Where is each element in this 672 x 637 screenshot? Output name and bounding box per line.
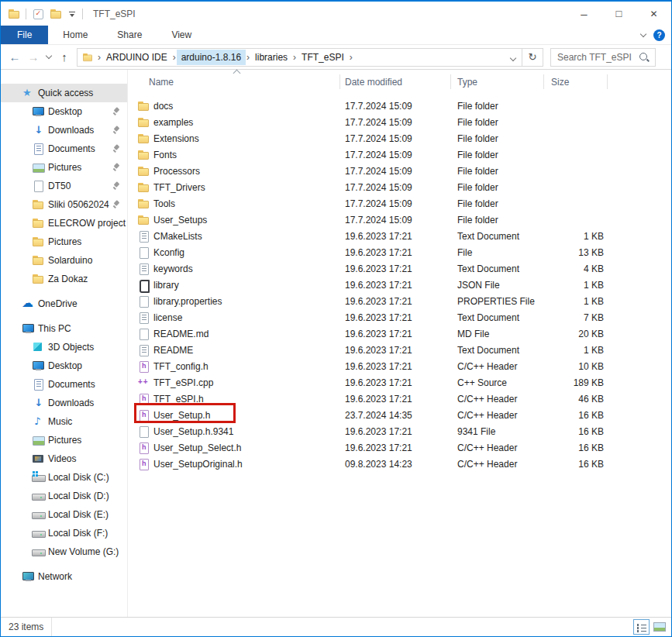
file-row-examples[interactable]: examples17.7.2024 15:09File folder xyxy=(128,114,671,130)
file-row-library-properties[interactable]: library.properties19.6.2023 17:21PROPERT… xyxy=(128,293,671,309)
up-button[interactable] xyxy=(55,48,74,67)
file-icon xyxy=(137,295,150,308)
details-view-button[interactable] xyxy=(633,619,650,635)
sidebar-item-sliki-05062024[interactable]: Sliki 05062024 xyxy=(1,195,127,214)
sidebar-item-label: Documents xyxy=(48,143,95,154)
sidebar-item-downloads[interactable]: Downloads xyxy=(1,121,127,139)
checkmark-icon[interactable] xyxy=(32,8,44,20)
column-header-name[interactable]: Name xyxy=(128,74,340,89)
file-row-library[interactable]: library19.6.2023 17:21JSON File1 KB xyxy=(128,277,671,293)
sidebar-item-local-disk-e[interactable]: Local Disk (E:) xyxy=(1,505,127,524)
file-date-modified: 17.7.2024 15:09 xyxy=(340,101,451,112)
file-row-user-setup-h-9341[interactable]: User_Setup.h.934119.6.2023 17:219341 Fil… xyxy=(128,423,671,439)
sidebar-item-desktop[interactable]: Desktop xyxy=(1,102,127,121)
back-button[interactable] xyxy=(5,48,24,67)
sidebar-item-documents[interactable]: Documents xyxy=(1,139,127,158)
file-pane: Name Date modified Type Size docs17.7.20… xyxy=(128,70,671,617)
file-row-extensions[interactable]: Extensions17.7.2024 15:09File folder xyxy=(128,130,671,146)
search-input[interactable] xyxy=(551,52,638,63)
sidebar-item-local-disk-d[interactable]: Local Disk (D:) xyxy=(1,487,127,505)
file-type: File folder xyxy=(451,133,544,144)
folder-icon xyxy=(137,149,150,161)
tab-home[interactable]: Home xyxy=(48,26,102,44)
sidebar-item-za-dokaz[interactable]: Za Dokaz xyxy=(1,270,127,288)
file-row-tools[interactable]: Tools17.7.2024 15:09File folder xyxy=(128,195,671,212)
recent-locations-icon[interactable] xyxy=(43,48,55,67)
sidebar-item-downloads[interactable]: Downloads xyxy=(1,394,127,412)
breadcrumb-tft-espi[interactable]: TFT_eSPI xyxy=(297,50,349,65)
minimize-button[interactable] xyxy=(567,2,601,26)
cpp-icon xyxy=(137,377,150,389)
file-name-cell: User_Setups xyxy=(128,214,340,226)
breadcrumb-arduino-ide[interactable]: ARDUINO IDE xyxy=(102,50,172,65)
maximize-button[interactable] xyxy=(601,2,636,26)
column-header-date-modified[interactable]: Date modified xyxy=(340,74,451,89)
sidebar-item-dt50[interactable]: DT50 xyxy=(1,177,127,195)
sidebar-item-network[interactable]: Network xyxy=(1,567,127,586)
address-dropdown-icon[interactable] xyxy=(505,52,522,63)
file-row-tft-espi-cpp[interactable]: TFT_eSPI.cpp19.6.2023 17:21C++ Source189… xyxy=(128,374,671,391)
sidebar-item-pictures[interactable]: Pictures xyxy=(1,158,127,177)
file-row-user-setuporiginal-h[interactable]: User_SetupOriginal.h09.8.2023 14:23C/C++… xyxy=(128,456,671,472)
file-row-tft-config-h[interactable]: TFT_config.h19.6.2023 17:21C/C++ Header1… xyxy=(128,358,671,374)
file-name: README xyxy=(153,345,193,356)
file-row-processors[interactable]: Processors17.7.2024 15:09File folder xyxy=(128,163,671,179)
refresh-icon[interactable] xyxy=(522,49,543,66)
file-size: 16 KB xyxy=(544,426,608,437)
sidebar-item-desktop[interactable]: Desktop xyxy=(1,356,127,375)
file-row-readme-md[interactable]: README.md19.6.2023 17:21MD File20 KB xyxy=(128,325,671,342)
column-header-type[interactable]: Type xyxy=(451,74,544,89)
file-name-cell: keywords xyxy=(128,263,340,275)
tab-view[interactable]: View xyxy=(157,26,206,44)
sidebar-item-label: Videos xyxy=(48,453,76,464)
sidebar-item-this-pc[interactable]: This PC xyxy=(1,319,127,338)
sidebar-item-label: Quick access xyxy=(38,88,93,98)
file-name: TFT_eSPI.cpp xyxy=(153,377,213,388)
file-row-cmakelists[interactable]: CMakeLists19.6.2023 17:21Text Document1 … xyxy=(128,228,671,244)
sidebar-item-new-volume-g[interactable]: New Volume (G:) xyxy=(1,542,127,561)
sidebar-item-solarduino[interactable]: Solarduino xyxy=(1,251,127,270)
file-type: File folder xyxy=(451,182,544,193)
sidebar-item-local-disk-f[interactable]: Local Disk (F:) xyxy=(1,524,127,542)
file-row-keywords[interactable]: keywords19.6.2023 17:21Text Document4 KB xyxy=(128,260,671,277)
customize-toolbar-icon[interactable] xyxy=(67,8,77,20)
file-row-fonts[interactable]: Fonts17.7.2024 15:09File folder xyxy=(128,146,671,163)
file-name: license xyxy=(153,312,182,323)
file-row-user-setup-select-h[interactable]: User_Setup_Select.h19.6.2023 17:21C/C++ … xyxy=(128,439,671,456)
sidebar-item-quick-access[interactable]: Quick access xyxy=(1,84,127,102)
sidebar-item-videos[interactable]: Videos xyxy=(1,449,127,468)
file-row-docs[interactable]: docs17.7.2024 15:09File folder xyxy=(128,98,671,114)
sidebar-item-onedrive[interactable]: OneDrive xyxy=(1,294,127,313)
file-row-readme[interactable]: README19.6.2023 17:21Text Document1 KB xyxy=(128,342,671,358)
file-row-tft-drivers[interactable]: TFT_Drivers17.7.2024 15:09File folder xyxy=(128,179,671,195)
sidebar-item-local-disk-c[interactable]: Local Disk (C:) xyxy=(1,468,127,487)
sidebar-item-pictures[interactable]: Pictures xyxy=(1,431,127,449)
file-row-license[interactable]: license19.6.2023 17:21Text Document7 KB xyxy=(128,309,671,325)
desktop-icon xyxy=(32,360,44,372)
sidebar-item-elecrow-project[interactable]: ELECROW project xyxy=(1,214,127,232)
file-row-user-setups[interactable]: User_Setups17.7.2024 15:09File folder xyxy=(128,212,671,228)
file-row-tft-espi-h[interactable]: TFT_eSPI.h19.6.2023 17:21C/C++ Header46 … xyxy=(128,391,671,407)
file-row-kconfig[interactable]: Kconfig19.6.2023 17:21File13 KB xyxy=(128,244,671,260)
tab-file[interactable]: File xyxy=(1,26,48,44)
forward-button[interactable] xyxy=(24,48,43,67)
help-icon[interactable] xyxy=(653,29,665,41)
breadcrumb-arduino-1-8-16[interactable]: arduino-1.8.16 xyxy=(177,50,246,65)
sidebar-item-music[interactable]: Music xyxy=(1,412,127,431)
column-header-size[interactable]: Size xyxy=(544,74,608,89)
cube-icon xyxy=(32,341,44,353)
thumbnail-view-button[interactable] xyxy=(651,619,667,635)
search-icon[interactable] xyxy=(638,51,650,64)
file-row-user-setup-h[interactable]: User_Setup.h23.7.2024 14:35C/C++ Header1… xyxy=(128,407,671,423)
sidebar-item-documents[interactable]: Documents xyxy=(1,375,127,394)
close-button[interactable] xyxy=(636,2,671,26)
folder-icon[interactable] xyxy=(50,8,62,20)
sidebar-item-label: Pictures xyxy=(48,162,81,173)
address-bar[interactable]: ARDUINO IDE arduino-1.8.16 libraries TFT… xyxy=(77,48,543,67)
pin-icon xyxy=(112,144,121,153)
sidebar-item-3d-objects[interactable]: 3D Objects xyxy=(1,338,127,356)
tab-share[interactable]: Share xyxy=(102,26,157,44)
sidebar-item-pictures[interactable]: Pictures xyxy=(1,232,127,251)
breadcrumb-libraries[interactable]: libraries xyxy=(250,50,292,65)
expand-ribbon-icon[interactable] xyxy=(640,31,646,37)
